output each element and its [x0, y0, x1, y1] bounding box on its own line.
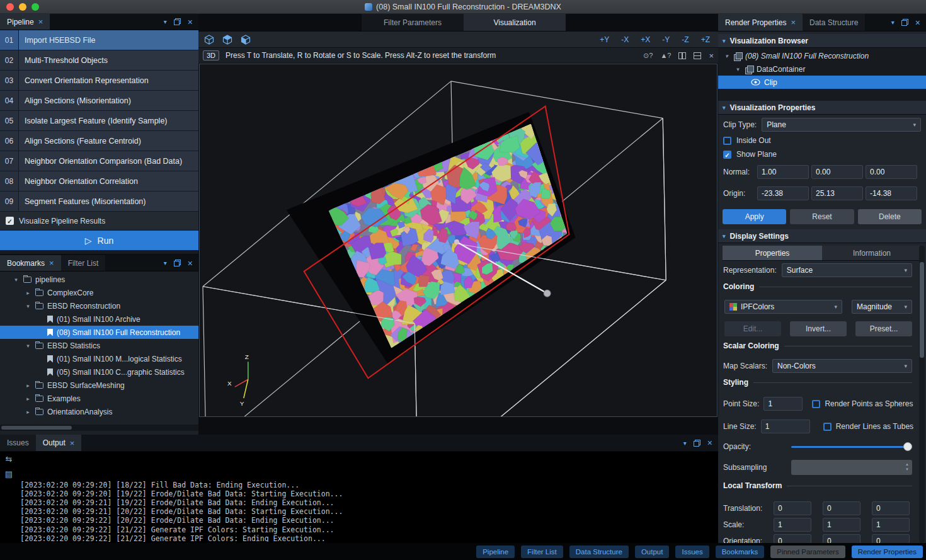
wrap-lines-icon[interactable]: ⇆: [6, 454, 13, 464]
tree-expander-icon[interactable]: ▾: [25, 343, 31, 349]
bookmarks-float-icon[interactable]: [174, 260, 181, 266]
tab-output[interactable]: Output ×: [36, 435, 82, 451]
bookmark-tree-item[interactable]: ▾ EBSD Reconstruction: [0, 299, 198, 312]
tree-expander-icon[interactable]: ▸: [25, 382, 31, 389]
inside-out-checkbox[interactable]: [723, 137, 731, 145]
render-panel-float-icon[interactable]: [901, 19, 908, 26]
pipeline-filter-row[interactable]: 07 Neighbor Orientation Comparison (Bad …: [0, 151, 198, 171]
pick-tool-icon[interactable]: ▲?: [660, 52, 671, 59]
camera-preset-button[interactable]: -Y: [662, 35, 670, 44]
cube-outline-icon[interactable]: [204, 35, 214, 45]
tab-issues[interactable]: Issues: [0, 435, 36, 451]
tab-pipeline[interactable]: Pipeline ×: [0, 14, 50, 30]
tab-display-properties[interactable]: Properties: [723, 246, 822, 261]
visibility-eye-icon[interactable]: [751, 79, 760, 86]
tree-expander-icon[interactable]: ▸: [25, 290, 31, 296]
close-view-icon[interactable]: ×: [709, 51, 714, 60]
close-window-button[interactable]: [6, 3, 14, 11]
scale-z-field[interactable]: [872, 518, 910, 532]
scale-y-field[interactable]: [823, 518, 860, 532]
pipeline-filter-row[interactable]: 02 Multi-Threshold Objects: [0, 50, 198, 71]
translation-y-field[interactable]: [823, 501, 860, 515]
visualization-properties-header[interactable]: ▾ Visualization Properties: [718, 101, 926, 115]
tree-expander-icon[interactable]: ▾: [735, 66, 741, 72]
camera-preset-button[interactable]: -X: [621, 35, 629, 44]
camera-preset-button[interactable]: +Z: [701, 35, 710, 44]
panel-toggle-button[interactable]: Pipeline: [476, 546, 515, 558]
zoom-window-button[interactable]: [31, 3, 39, 11]
reset-button[interactable]: Reset: [790, 209, 854, 224]
pipeline-filter-row[interactable]: 03 Convert Orientation Representation: [0, 71, 198, 91]
pipeline-float-icon[interactable]: [174, 18, 181, 25]
origin-x-field[interactable]: [757, 186, 809, 200]
normal-x-field[interactable]: [757, 165, 809, 179]
bookmark-tree-item[interactable]: (01) Small IN100 M...logical Statistics: [0, 352, 198, 365]
origin-y-field[interactable]: [811, 186, 863, 200]
browser-pipeline-item[interactable]: ▾ (08) Small IN100 Full Reconstruction: [718, 49, 926, 62]
render-panel-menu-caret-icon[interactable]: ▾: [891, 19, 895, 26]
tree-expander-icon[interactable]: ▾: [25, 303, 31, 309]
point-size-field[interactable]: [763, 397, 803, 411]
tab-data-structure[interactable]: Data Structure: [803, 14, 865, 31]
preset-colors-button[interactable]: Preset...: [855, 321, 912, 336]
panel-toggle-button[interactable]: Bookmarks: [716, 546, 765, 558]
browser-clip-item[interactable]: Clip: [718, 76, 926, 89]
scale-x-field[interactable]: [774, 518, 811, 532]
pipeline-close-icon[interactable]: ×: [188, 18, 193, 26]
bookmarks-horizontal-scrollbar[interactable]: [0, 425, 198, 431]
color-array-dropdown[interactable]: IPFColors ▾: [724, 300, 842, 314]
normal-z-field[interactable]: [866, 165, 917, 179]
pipeline-menu-caret-icon[interactable]: ▾: [164, 18, 167, 25]
bookmarks-menu-caret-icon[interactable]: ▾: [164, 260, 167, 266]
panel-toggle-button[interactable]: Data Structure: [569, 546, 629, 558]
minimize-window-button[interactable]: [19, 3, 26, 11]
pipeline-filter-row[interactable]: 04 Align Sections (Misorientation): [0, 91, 198, 111]
bookmarks-close-icon[interactable]: ×: [188, 259, 193, 268]
spinner-up-icon[interactable]: ▲: [905, 462, 909, 467]
close-render-properties-tab-icon[interactable]: ×: [791, 18, 796, 26]
clip-type-dropdown[interactable]: Plane ▾: [762, 118, 921, 132]
panel-toggle-button[interactable]: Output: [635, 546, 670, 558]
normal-y-field[interactable]: [811, 165, 863, 179]
invert-colors-button[interactable]: Invert...: [790, 321, 847, 336]
cube-top-face-icon[interactable]: [222, 35, 232, 45]
probe-tool-icon[interactable]: ⊙?: [643, 52, 653, 60]
cube-left-face-icon[interactable]: [241, 35, 251, 45]
panel-toggle-button[interactable]: Render Properties: [852, 546, 923, 558]
bookmark-tree-item[interactable]: ▾ EBSD Statistics: [0, 339, 198, 352]
display-settings-header[interactable]: ▾ Display Settings: [718, 229, 926, 243]
bookmark-tree-item[interactable]: ▸ ComplexCore: [0, 286, 198, 299]
origin-z-field[interactable]: [866, 186, 917, 200]
tree-expander-icon[interactable]: ▸: [25, 396, 31, 402]
camera-preset-button[interactable]: +Y: [600, 35, 609, 44]
tab-render-properties[interactable]: Render Properties ×: [718, 14, 803, 31]
camera-preset-button[interactable]: +X: [641, 35, 650, 44]
bookmark-tree-item[interactable]: (08) Small IN100 Full Reconstruction: [0, 326, 198, 339]
bookmark-tree-item[interactable]: ▸ OrientationAnalysis: [0, 405, 198, 418]
scrollbar-thumb[interactable]: [920, 262, 924, 358]
render-panel-close-icon[interactable]: ×: [915, 18, 920, 27]
close-bookmarks-tab-icon[interactable]: ×: [49, 259, 54, 267]
show-plane-checkbox[interactable]: [723, 151, 731, 159]
tree-expander-icon[interactable]: ▾: [13, 277, 20, 283]
points-as-spheres-checkbox[interactable]: [812, 400, 820, 408]
delete-button[interactable]: Delete: [858, 209, 922, 224]
tab-filter-list[interactable]: Filter List: [61, 255, 106, 271]
spinner-down-icon[interactable]: ▼: [905, 467, 909, 472]
visualization-browser-header[interactable]: ▾ Visualization Browser: [718, 34, 926, 48]
pipeline-filter-row[interactable]: 09 Segment Features (Misorientation): [0, 191, 198, 212]
run-pipeline-button[interactable]: ▷ Run: [0, 231, 198, 250]
pipeline-filter-row[interactable]: 01 Import H5EBSD File: [0, 30, 198, 50]
panel-toggle-button[interactable]: Pinned Parameters: [770, 546, 845, 558]
3d-scene[interactable]: ZXY: [200, 64, 717, 416]
translation-x-field[interactable]: [774, 501, 811, 515]
line-size-field[interactable]: [761, 420, 810, 433]
opacity-slider[interactable]: [791, 440, 912, 454]
bookmark-tree-item[interactable]: (01) Small IN100 Archive: [0, 312, 198, 326]
output-close-icon[interactable]: ×: [707, 438, 712, 447]
output-menu-caret-icon[interactable]: ▾: [683, 440, 687, 447]
output-float-icon[interactable]: [694, 440, 700, 447]
camera-preset-button[interactable]: -Z: [682, 35, 689, 44]
close-output-tab-icon[interactable]: ×: [70, 439, 75, 447]
component-dropdown[interactable]: Magnitude ▾: [852, 300, 912, 314]
